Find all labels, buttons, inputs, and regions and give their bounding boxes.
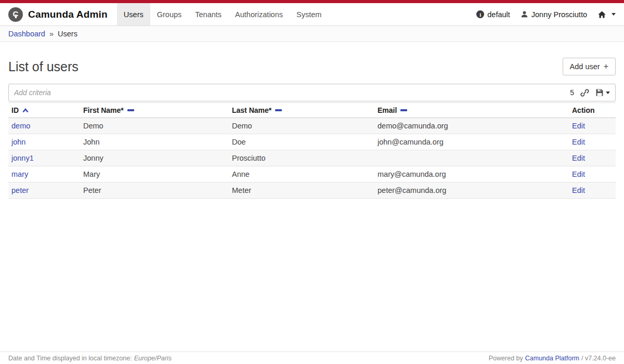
cell-email: mary@camunda.org bbox=[374, 166, 569, 183]
edit-user-link[interactable]: Edit bbox=[572, 122, 585, 130]
user-id-link[interactable]: jonny1 bbox=[11, 154, 34, 162]
camunda-platform-link[interactable]: Camunda Platform bbox=[525, 355, 579, 362]
user-menu[interactable]: Jonny Prosciutto bbox=[521, 10, 587, 19]
user-id-link[interactable]: demo bbox=[11, 122, 30, 130]
timezone-value: Europe/Paris bbox=[134, 355, 172, 362]
table-row: john John Doe john@camunda.org Edit bbox=[8, 134, 616, 150]
powered-by: Powered by Camunda Platform / v7.24.0-ee bbox=[489, 355, 616, 362]
engine-name: default bbox=[487, 10, 510, 19]
main-content: List of users Add user + 5 bbox=[0, 58, 624, 199]
edit-user-link[interactable]: Edit bbox=[572, 170, 585, 178]
home-icon bbox=[597, 10, 606, 19]
edit-user-link[interactable]: Edit bbox=[572, 138, 585, 146]
link-icon bbox=[580, 88, 589, 97]
save-filter-button[interactable] bbox=[595, 88, 610, 97]
result-count: 5 bbox=[570, 88, 574, 97]
table-row: jonny1 Jonny Prosciutto Edit bbox=[8, 150, 616, 166]
remove-column-icon[interactable] bbox=[275, 109, 282, 111]
nav-item-authorizations[interactable]: Authorizations bbox=[228, 3, 290, 25]
breadcrumb-separator: » bbox=[49, 30, 54, 38]
navbar-right: i default Jonny Prosciutto bbox=[476, 3, 624, 25]
table-header-row: ID First Name* bbox=[8, 103, 616, 118]
info-icon: i bbox=[476, 10, 484, 18]
column-header-email[interactable]: Email bbox=[374, 103, 569, 118]
camunda-admin-page: C Camunda Admin Users Groups Tenants Aut… bbox=[0, 0, 624, 364]
person-icon bbox=[521, 10, 528, 18]
save-dropdown-caret-icon bbox=[606, 92, 610, 94]
sort-asc-icon bbox=[22, 108, 29, 113]
column-header-action: Action bbox=[569, 103, 616, 118]
app-title: Camunda Admin bbox=[28, 9, 108, 20]
cell-last-name: Doe bbox=[229, 134, 374, 150]
user-id-link[interactable]: peter bbox=[11, 186, 29, 194]
chevron-down-icon bbox=[612, 13, 616, 16]
cell-first-name: Jonny bbox=[80, 150, 229, 166]
nav-item-groups[interactable]: Groups bbox=[150, 3, 189, 25]
cell-last-name: Prosciutto bbox=[229, 150, 374, 166]
nav-item-tenants[interactable]: Tenants bbox=[188, 3, 228, 25]
top-navbar: C Camunda Admin Users Groups Tenants Aut… bbox=[0, 3, 624, 26]
camunda-logo-icon: C bbox=[8, 7, 23, 22]
remove-column-icon[interactable] bbox=[127, 109, 134, 111]
version-label: / v7.24.0-ee bbox=[581, 355, 616, 362]
nav-item-users[interactable]: Users bbox=[117, 3, 150, 25]
search-criteria-bar: 5 bbox=[8, 84, 616, 101]
user-name: Jonny Prosciutto bbox=[531, 10, 587, 19]
column-header-last-name[interactable]: Last Name* bbox=[229, 103, 374, 118]
cell-first-name: Peter bbox=[80, 183, 229, 199]
cell-first-name: Demo bbox=[80, 118, 229, 134]
save-icon bbox=[595, 88, 604, 97]
cell-email: john@camunda.org bbox=[374, 134, 569, 150]
app-brand[interactable]: C Camunda Admin bbox=[0, 3, 117, 25]
cell-first-name: John bbox=[80, 134, 229, 150]
criteria-toolbar: 5 bbox=[570, 88, 610, 97]
search-criteria-input[interactable] bbox=[14, 88, 570, 97]
cell-email: demo@camunda.org bbox=[374, 118, 569, 134]
cell-last-name: Demo bbox=[229, 118, 374, 134]
cell-first-name: Mary bbox=[80, 166, 229, 183]
add-user-button[interactable]: Add user + bbox=[563, 58, 616, 75]
footer: Date and Time displayed in local timezon… bbox=[0, 352, 624, 364]
table-row: demo Demo Demo demo@camunda.org Edit bbox=[8, 118, 616, 134]
user-id-link[interactable]: john bbox=[11, 138, 25, 146]
engine-selector[interactable]: i default bbox=[476, 10, 510, 19]
plus-icon: + bbox=[604, 62, 608, 71]
user-id-link[interactable]: mary bbox=[11, 170, 28, 178]
users-table: ID First Name* bbox=[8, 102, 616, 199]
edit-user-link[interactable]: Edit bbox=[572, 154, 585, 162]
remove-column-icon[interactable] bbox=[400, 109, 407, 111]
timezone-note: Date and Time displayed in local timezon… bbox=[8, 355, 172, 362]
nav-item-system[interactable]: System bbox=[290, 3, 328, 25]
breadcrumb: Dashboard » Users bbox=[0, 26, 624, 42]
breadcrumb-current: Users bbox=[58, 30, 77, 38]
cell-last-name: Meter bbox=[229, 183, 374, 199]
table-row: peter Peter Meter peter@camunda.org Edit bbox=[8, 183, 616, 199]
page-title: List of users bbox=[8, 59, 79, 74]
content-header: List of users Add user + bbox=[8, 58, 616, 75]
main-nav: Users Groups Tenants Authorizations Syst… bbox=[117, 3, 328, 25]
cell-email bbox=[374, 150, 569, 166]
column-header-first-name[interactable]: First Name* bbox=[80, 103, 229, 118]
add-user-label: Add user bbox=[570, 62, 600, 71]
cell-last-name: Anne bbox=[229, 166, 374, 183]
breadcrumb-dashboard-link[interactable]: Dashboard bbox=[8, 30, 45, 38]
edit-user-link[interactable]: Edit bbox=[572, 186, 585, 194]
copy-link-button[interactable] bbox=[580, 88, 589, 97]
table-row: mary Mary Anne mary@camunda.org Edit bbox=[8, 166, 616, 183]
home-menu[interactable] bbox=[597, 10, 616, 19]
column-header-id[interactable]: ID bbox=[8, 103, 80, 118]
cell-email: peter@camunda.org bbox=[374, 183, 569, 199]
